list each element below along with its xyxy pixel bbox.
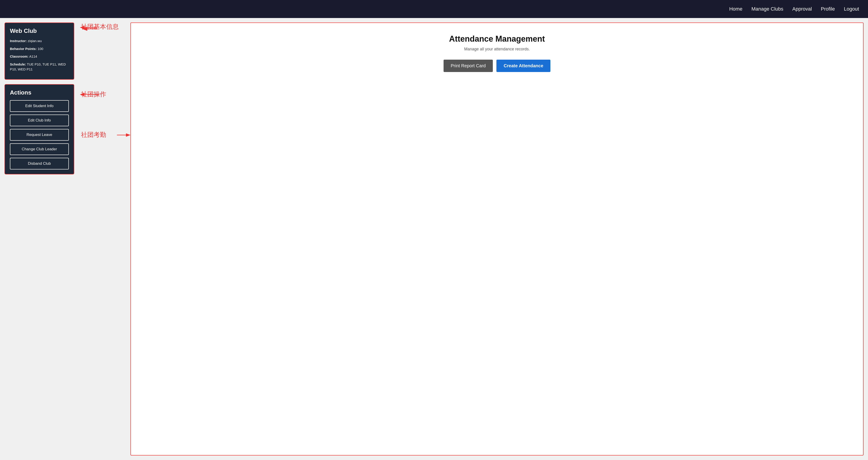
annotation-club-operations: 社团操作 (81, 90, 106, 98)
edit-club-info-button[interactable]: Edit Club Info (10, 115, 69, 126)
attendance-subtitle: Manage all your attendance records. (464, 47, 530, 52)
classroom-field: Classroom: A114 (10, 54, 69, 59)
classroom-value: A114 (29, 54, 37, 58)
profile-link[interactable]: Profile (821, 6, 835, 12)
sidebar: Web Club Instructor: ziqian.wu Behavior … (4, 23, 74, 456)
annotation-club-basic-info: 社团基本信息 (81, 23, 119, 31)
attendance-buttons: Print Report Card Create Attendance (443, 60, 551, 72)
disband-club-button[interactable]: Disband Club (10, 158, 69, 169)
arrows-svg (79, 23, 130, 180)
logout-link[interactable]: Logout (844, 6, 859, 12)
attendance-title: Attendance Management (449, 34, 545, 44)
actions-title: Actions (10, 89, 69, 96)
behavior-label: Behavior Points: (10, 47, 37, 51)
create-attendance-button[interactable]: Create Attendance (496, 60, 550, 72)
main-layout: Web Club Instructor: ziqian.wu Behavior … (0, 18, 868, 460)
change-club-leader-button[interactable]: Change Club Leader (10, 143, 69, 155)
attendance-panel: Attendance Management Manage all your at… (130, 23, 864, 456)
home-link[interactable]: Home (729, 6, 743, 12)
instructor-label: Instructor: (10, 39, 27, 43)
annotation-club-attendance: 社团考勤 (81, 131, 106, 139)
navbar: Home Manage Clubs Approval Profile Logou… (0, 0, 868, 18)
request-leave-button[interactable]: Request Leave (10, 129, 69, 141)
manage-clubs-link[interactable]: Manage Clubs (751, 6, 783, 12)
actions-card: Actions Edit Student Info Edit Club Info… (4, 84, 74, 174)
print-report-card-button[interactable]: Print Report Card (443, 60, 493, 72)
instructor-field: Instructor: ziqian.wu (10, 38, 69, 44)
club-info-card: Web Club Instructor: ziqian.wu Behavior … (4, 23, 74, 80)
approval-link[interactable]: Approval (793, 6, 812, 12)
classroom-label: Classroom: (10, 54, 29, 58)
instructor-value: ziqian.wu (28, 39, 42, 43)
behavior-field: Behavior Points: 100 (10, 46, 69, 52)
behavior-value: 100 (37, 47, 43, 51)
schedule-label: Schedule: (10, 62, 26, 66)
club-title: Web Club (10, 27, 69, 34)
schedule-field: Schedule: TUE P10, TUE P11, WED P10, WED… (10, 62, 69, 72)
edit-student-info-button[interactable]: Edit Student Info (10, 100, 69, 112)
